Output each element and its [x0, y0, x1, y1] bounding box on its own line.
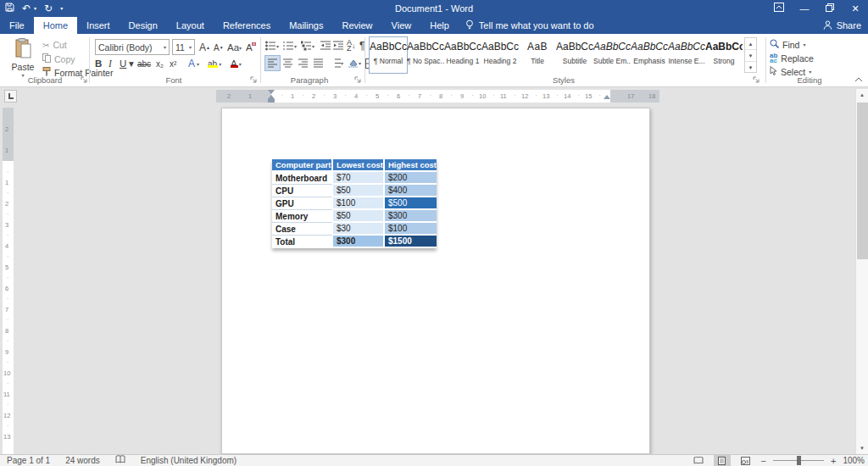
bold-button[interactable]: B — [95, 56, 102, 71]
table-cell[interactable]: Motherboard — [272, 172, 333, 185]
print-layout-button[interactable] — [714, 455, 731, 466]
underline-button[interactable]: U — [120, 56, 126, 71]
align-center-button[interactable] — [281, 56, 295, 70]
tab-home[interactable]: Home — [34, 17, 77, 34]
style-subtitle[interactable]: AaBbCcDSubtitle — [556, 37, 593, 73]
copy-button[interactable]: Copy — [42, 53, 75, 64]
horizontal-ruler[interactable]: 21123456789101112131415················1… — [216, 90, 659, 103]
superscript-button[interactable]: x² — [170, 56, 176, 71]
table-cell[interactable]: $30 — [333, 223, 385, 236]
style-heading-1[interactable]: AaBbCcHeading 1 — [444, 37, 481, 73]
table-header-cell[interactable]: Highest cost — [385, 159, 437, 172]
style-subtle-em-[interactable]: AaBbCcDcSubtle Em... — [593, 37, 631, 73]
styles-dialog-launcher[interactable] — [753, 75, 761, 84]
table-cell[interactable]: $50 — [333, 210, 385, 223]
proofing-icon[interactable] — [115, 455, 125, 466]
multilevel-list-button[interactable]: ▾ — [301, 39, 314, 53]
right-indent-marker[interactable] — [604, 95, 610, 99]
justify-button[interactable] — [311, 56, 326, 70]
line-spacing-button[interactable]: ▾ — [330, 56, 343, 70]
left-indent-marker[interactable] — [268, 99, 275, 103]
clear-formatting-button[interactable]: A — [246, 40, 253, 55]
align-right-button[interactable] — [296, 56, 310, 70]
tab-mailings[interactable]: Mailings — [280, 17, 332, 34]
sort-button[interactable]: AZ↓ — [347, 39, 356, 53]
font-size-combobox[interactable]: 11 ▾ — [172, 39, 195, 55]
style-title[interactable]: AaBTitle — [519, 37, 556, 73]
paragraph-dialog-launcher[interactable] — [354, 75, 363, 84]
word-count[interactable]: 24 words — [65, 456, 100, 465]
scrollbar-thumb[interactable] — [857, 103, 868, 259]
styles-scroll-down-icon[interactable]: ▼ — [745, 50, 756, 62]
style--no-spac-[interactable]: AaBbCcDc¶ No Spac... — [407, 37, 444, 73]
table-cell[interactable]: Total — [272, 236, 333, 248]
style--normal[interactable]: AaBbCcDc¶ Normal — [370, 37, 407, 73]
text-effects-button[interactable]: A▾ — [188, 56, 199, 71]
styles-more-icon[interactable]: ▼ — [745, 62, 756, 74]
minimize-button[interactable]: — — [792, 0, 817, 17]
tab-selector-button[interactable] — [4, 90, 17, 103]
change-case-button[interactable]: Aa▾ — [227, 40, 242, 55]
table-cell[interactable]: $400 — [385, 185, 437, 197]
decrease-indent-button[interactable] — [320, 39, 331, 53]
style-emphasis[interactable]: AaBbCcDcEmphasis — [631, 37, 668, 73]
table-cell[interactable]: CPU — [272, 185, 333, 197]
font-dialog-launcher[interactable] — [250, 75, 259, 84]
first-line-indent-marker[interactable] — [268, 90, 275, 94]
clipboard-dialog-launcher[interactable] — [81, 75, 89, 84]
scroll-down-icon[interactable]: ▼ — [856, 442, 868, 454]
table-cell[interactable]: Memory — [272, 210, 333, 223]
italic-button[interactable]: I — [108, 56, 112, 71]
tab-design[interactable]: Design — [120, 17, 167, 34]
table-cell[interactable]: $300 — [385, 210, 437, 223]
ribbon-display-options-icon[interactable] — [766, 0, 792, 17]
find-button[interactable]: Find ▾ — [770, 38, 805, 51]
page-count[interactable]: Page 1 of 1 — [7, 456, 50, 465]
zoom-slider-thumb[interactable] — [797, 456, 801, 465]
tab-file[interactable]: File — [0, 17, 34, 34]
table-header-cell[interactable]: Lowest cost — [333, 159, 385, 172]
tab-references[interactable]: References — [214, 17, 280, 34]
align-left-button[interactable] — [265, 56, 280, 70]
numbering-button[interactable]: ▾ — [283, 39, 297, 53]
read-mode-button[interactable] — [690, 455, 707, 466]
table-cell[interactable]: $50 — [333, 185, 385, 197]
tab-insert[interactable]: Insert — [77, 17, 120, 34]
font-color-button[interactable]: A▾ — [231, 56, 242, 71]
table-cell[interactable]: $70 — [333, 172, 385, 185]
font-name-combobox[interactable]: Calibri (Body) ▾ — [95, 39, 170, 55]
grow-font-button[interactable]: A▲ — [199, 40, 210, 55]
table-cell[interactable]: GPU — [272, 197, 333, 210]
table-cell[interactable]: Case — [272, 223, 333, 236]
shrink-font-button[interactable]: A▼ — [214, 40, 224, 55]
table-cell[interactable]: $200 — [385, 172, 437, 185]
increase-indent-button[interactable] — [333, 39, 343, 53]
web-layout-button[interactable] — [737, 455, 754, 466]
tab-view[interactable]: View — [382, 17, 421, 34]
tab-layout[interactable]: Layout — [167, 17, 214, 34]
styles-scroll-up-icon[interactable]: ▲ — [745, 38, 756, 50]
document-page[interactable]: Computer partLowest costHighest costMoth… — [221, 108, 650, 454]
tab-help[interactable]: Help — [420, 17, 459, 34]
strikethrough-button[interactable]: abc — [137, 56, 151, 71]
table-cell[interactable]: $500 — [385, 197, 437, 210]
cut-button[interactable]: ✂ Cut — [42, 40, 67, 50]
underline-dropdown-icon[interactable]: ▾ — [129, 56, 134, 71]
bullets-button[interactable]: ▾ — [265, 39, 279, 53]
restore-button[interactable] — [817, 0, 843, 17]
share-button[interactable]: Share — [823, 17, 861, 34]
vertical-scrollbar[interactable]: ▲ ▼ — [855, 89, 868, 454]
collapse-ribbon-icon[interactable] — [854, 76, 863, 84]
shading-button[interactable]: ▾ — [348, 56, 361, 70]
zoom-in-button[interactable]: + — [831, 456, 836, 466]
zoom-slider[interactable] — [773, 460, 824, 461]
zoom-out-button[interactable]: − — [761, 456, 766, 466]
language-indicator[interactable]: English (United Kingdom) — [141, 456, 236, 465]
table-cell[interactable]: $300 — [333, 236, 385, 248]
style-heading-2[interactable]: AaBbCcCHeading 2 — [481, 37, 519, 73]
style-strong[interactable]: AaBbCcDcStrong — [705, 37, 743, 73]
highlight-color-button[interactable]: ab▾ — [208, 56, 221, 71]
vertical-ruler[interactable]: 2112345678910111213············· — [3, 108, 14, 454]
close-button[interactable]: ✕ — [843, 0, 868, 17]
scroll-up-icon[interactable]: ▲ — [856, 89, 868, 101]
